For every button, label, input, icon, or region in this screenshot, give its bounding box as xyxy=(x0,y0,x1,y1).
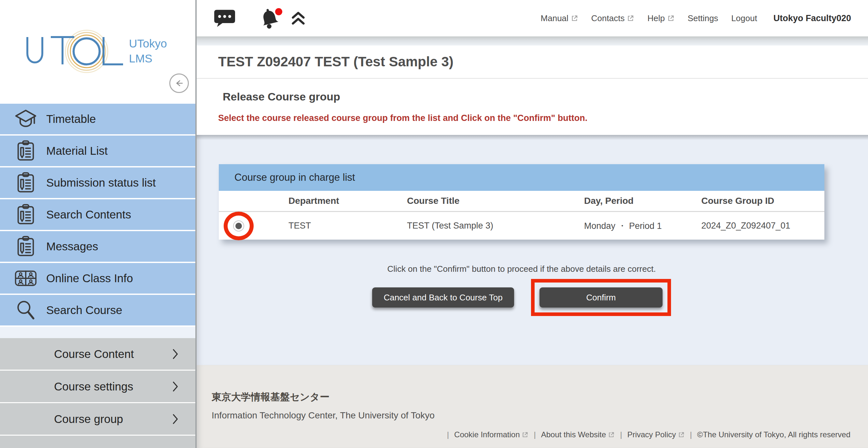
sidebar-item-label: Messages xyxy=(46,240,98,253)
sidebar-item-label: Course settings xyxy=(54,380,133,393)
column-header: Course Group ID xyxy=(701,196,825,206)
topnav: Manual Contacts Help Settings Logout Uto… xyxy=(541,13,851,24)
sidebar-item-search-contents[interactable]: Search Contents xyxy=(0,199,195,230)
sidebar-item-online-class-info[interactable]: Online Class Info xyxy=(0,263,195,294)
sidebar-item-search-course[interactable]: Search Course xyxy=(0,295,195,325)
nav-manual[interactable]: Manual xyxy=(541,13,578,24)
sidebar: UTokyo LMS Timetable xyxy=(0,0,197,448)
column-header: Course Title xyxy=(407,196,584,206)
radio-cell xyxy=(219,220,288,232)
nav-label: Manual xyxy=(541,13,568,24)
button-row: Cancel and Back to Course Top Confirm xyxy=(219,279,825,316)
graduation-cap-icon xyxy=(14,109,38,129)
course-group-panel: Course group in charge list Department C… xyxy=(219,164,825,240)
sidebar-item-label: Submission status list xyxy=(46,176,156,189)
nav-label: Contacts xyxy=(591,13,625,24)
column-header: Day, Period xyxy=(584,196,701,206)
topbar-icons xyxy=(214,7,305,29)
annotation-rectangle: Confirm xyxy=(531,279,671,316)
utol-lms-app: UTokyo LMS Timetable xyxy=(0,0,868,448)
clipboard-icon xyxy=(14,140,38,162)
sidebar-item-timetable[interactable]: Timetable xyxy=(0,104,195,134)
page-heading: Release Course group xyxy=(223,91,340,103)
nav-settings[interactable]: Settings xyxy=(688,13,718,24)
footer-link-label: Privacy Policy xyxy=(627,430,676,439)
sidebar-item-label: Online Class Info xyxy=(46,272,133,285)
collapse-header-icon[interactable] xyxy=(291,11,305,25)
column-header: Department xyxy=(288,196,407,206)
nav-contacts[interactable]: Contacts xyxy=(591,13,634,24)
separator: | xyxy=(690,430,692,439)
sidebar-item-submission-status-list[interactable]: Submission status list xyxy=(0,167,195,198)
external-link-icon xyxy=(522,432,528,438)
nav-logout[interactable]: Logout xyxy=(731,13,757,24)
notification-bell-icon[interactable] xyxy=(258,7,284,29)
utol-logo: UTokyo LMS xyxy=(24,33,180,71)
sidebar-section-gap xyxy=(0,327,195,338)
sidebar-item-label: Timetable xyxy=(46,112,96,126)
nav-help[interactable]: Help xyxy=(647,13,674,24)
course-group-radio[interactable] xyxy=(233,220,244,232)
topbar: Manual Contacts Help Settings Logout Uto… xyxy=(197,0,868,36)
footer-org-jp: 東京大学情報基盤センター xyxy=(212,390,868,404)
magnifier-icon xyxy=(14,300,38,321)
sidebar-item-messages[interactable]: Messages xyxy=(0,231,195,262)
sidebar-item-course-settings[interactable]: Course settings xyxy=(0,371,195,402)
cell-course-title: TEST (Test Sample 3) xyxy=(407,221,584,231)
footer: 東京大学情報基盤センター Information Technology Cent… xyxy=(197,365,868,448)
footer-link-label: Cookie Information xyxy=(454,430,520,439)
footer-link-label: About this Website xyxy=(541,430,606,439)
footer-link-cookie-information[interactable]: Cookie Information xyxy=(454,430,528,439)
nav-label: Help xyxy=(647,13,664,24)
sidebar-item-course-content[interactable]: Course Content xyxy=(0,338,195,370)
radio-dot xyxy=(236,223,242,229)
cancel-button[interactable]: Cancel and Back to Course Top xyxy=(372,287,514,308)
separator: | xyxy=(620,430,622,439)
separator: | xyxy=(534,430,535,439)
course-title: TEST Z092407 TEST (Test Sample 3) xyxy=(218,54,454,70)
footer-link-about-this-website[interactable]: About this Website xyxy=(541,430,615,439)
clipboard-icon xyxy=(14,236,38,257)
header-shadow-strip xyxy=(197,36,868,45)
external-link-icon xyxy=(608,432,615,438)
divider xyxy=(197,78,868,79)
notification-dot xyxy=(275,8,282,15)
footer-copyright: ©The University of Tokyo, All rights res… xyxy=(697,430,850,439)
table-row: TEST TEST (Test Sample 3) Monday ・ Perio… xyxy=(219,212,825,240)
external-link-icon xyxy=(627,14,634,22)
external-link-icon xyxy=(571,14,578,22)
panel-title: Course group in charge list xyxy=(219,164,825,191)
cell-department: TEST xyxy=(288,221,407,231)
sidebar-item-partial[interactable] xyxy=(0,436,195,448)
table-header-row: Department Course Title Day, Period Cour… xyxy=(219,191,825,212)
logo-area: UTokyo LMS xyxy=(0,0,195,102)
external-link-icon xyxy=(678,432,685,438)
sidebar-item-label: Search Contents xyxy=(46,208,131,221)
footer-links: | Cookie Information | About this Websit… xyxy=(447,430,850,439)
clipboard-icon xyxy=(14,204,38,225)
chevron-right-icon xyxy=(173,414,179,424)
nav-label: Logout xyxy=(731,13,757,24)
arrow-left-icon xyxy=(174,78,185,89)
content-area: Course group in charge list Department C… xyxy=(197,135,868,365)
confirm-button[interactable]: Confirm xyxy=(539,287,662,308)
sidebar-collapse-button[interactable] xyxy=(169,73,189,93)
username: Utokyo Faculty020 xyxy=(773,13,851,24)
sidebar-item-course-group[interactable]: Course group xyxy=(0,403,195,435)
sidebar-item-label: Material List xyxy=(46,144,108,157)
instruction-alert: Select the course released course group … xyxy=(218,113,587,123)
footer-link-privacy-policy[interactable]: Privacy Policy xyxy=(627,430,685,439)
cell-course-group-id: 2024_Z0_Z092407_01 xyxy=(701,221,825,231)
chevron-right-icon xyxy=(173,348,179,359)
clipboard-icon xyxy=(14,172,38,194)
chat-icon[interactable] xyxy=(214,9,235,28)
sidebar-item-label: Course group xyxy=(54,413,123,425)
title-section: TEST Z092407 TEST (Test Sample 3) Releas… xyxy=(197,45,868,135)
sidebar-item-label: Search Course xyxy=(46,304,122,317)
sidebar-item-material-list[interactable]: Material List xyxy=(0,136,195,166)
cell-day-period: Monday ・ Period 1 xyxy=(584,220,701,232)
logo-tagline-line1: UTokyo xyxy=(129,37,167,50)
confirm-hint: Click on the "Confirm" button to proceed… xyxy=(219,264,825,274)
sidebar-item-label: Course Content xyxy=(54,348,134,360)
footer-org-en: Information Technology Center, The Unive… xyxy=(212,410,868,421)
